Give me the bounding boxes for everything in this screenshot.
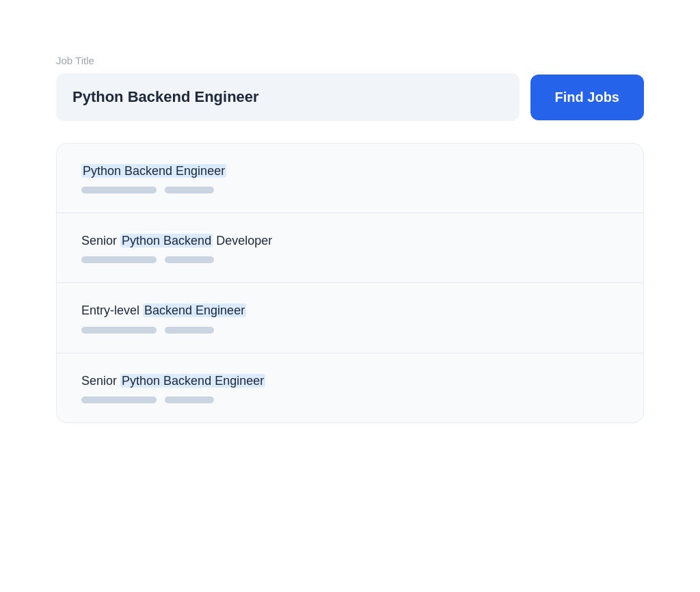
result-title-1: Python Backend Engineer xyxy=(81,163,619,180)
highlight-span: Backend Engineer xyxy=(143,304,246,317)
result-meta-1 xyxy=(81,187,619,193)
result-item-2[interactable]: Senior Python Backend Developer xyxy=(57,213,643,283)
result-item-4[interactable]: Senior Python Backend Engineer xyxy=(57,353,643,422)
meta-pill-long xyxy=(81,256,157,263)
find-jobs-button[interactable]: Find Jobs xyxy=(530,75,644,120)
result-title-3: Entry-level Backend Engineer xyxy=(81,302,619,319)
highlight-span: Python Backend xyxy=(120,234,213,247)
meta-pill-short xyxy=(165,327,214,334)
highlight-span: Python Backend Engineer xyxy=(120,374,265,388)
search-row: Find Jobs xyxy=(56,73,644,121)
result-meta-4 xyxy=(81,396,619,403)
result-meta-2 xyxy=(81,256,619,263)
results-card: Python Backend Engineer Senior Python Ba… xyxy=(56,143,644,423)
main-container: Job Title Find Jobs Python Backend Engin… xyxy=(56,55,644,423)
result-meta-3 xyxy=(81,327,619,334)
meta-pill-short xyxy=(165,187,214,193)
result-title-2: Senior Python Backend Developer xyxy=(81,232,619,250)
result-item-1[interactable]: Python Backend Engineer xyxy=(57,144,643,213)
result-title-4: Senior Python Backend Engineer xyxy=(81,373,619,390)
meta-pill-long xyxy=(81,396,157,403)
meta-pill-short xyxy=(165,256,214,263)
job-title-label: Job Title xyxy=(56,55,644,66)
job-title-input[interactable] xyxy=(56,73,520,121)
meta-pill-long xyxy=(81,327,157,334)
meta-pill-short xyxy=(165,396,214,403)
highlight-span: Python Backend Engineer xyxy=(81,164,226,178)
result-item-3[interactable]: Entry-level Backend Engineer xyxy=(57,283,643,353)
meta-pill-long xyxy=(81,187,157,193)
